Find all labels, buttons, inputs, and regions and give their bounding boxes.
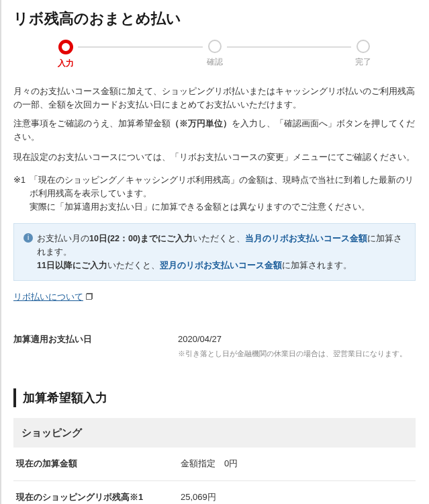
step-input: 入力 <box>54 40 78 70</box>
link-row: リボ払いについて <box>13 290 416 304</box>
note-label: ※1 <box>13 173 26 214</box>
note-block: ※1 「現在のショッピング／キャッシングリボ利用残高」の金額は、現時点で当社に到… <box>13 173 416 214</box>
info-l1-hi1: 当月のリボお支払いコース金額 <box>245 234 367 243</box>
section-heading: 加算希望額入力 <box>13 388 416 408</box>
info-l1-pre: お支払い月の <box>37 234 89 243</box>
info-box: i お支払い月の10日(22：00)までにご入力いただくと、当月のリボお支払いコ… <box>13 223 416 281</box>
note-line-1: 「現在のショッピング／キャッシングリボ利用残高」の金額は、現時点で当社に到着した… <box>30 173 416 200</box>
intro-paragraph-2: 注意事項をご確認のうえ、加算希望金額（※万円単位）を入力し、「確認画面へ」ボタン… <box>13 117 416 144</box>
step-label: 完了 <box>355 56 371 69</box>
apply-date-note: ※引き落とし日が金融機関の休業日の場合は、翌営業日になります。 <box>178 348 416 360</box>
info-l2-hi: 翌月のリボお支払いコース金額 <box>160 261 282 270</box>
about-revo-link[interactable]: リボ払いについて <box>13 292 83 302</box>
current-add-label: 現在の加算金額 <box>16 457 181 471</box>
apply-date-value: 2020/04/27 <box>178 333 416 347</box>
progress-stepper: 入力 確認 完了 <box>54 40 375 70</box>
note-line-2: 実際に「加算適用お支払い日」に加算できる金額とは異なりますのでご注意ください。 <box>30 200 416 214</box>
step-confirm: 確認 <box>203 40 227 69</box>
balance-value: 25,069円 <box>181 491 413 504</box>
shopping-heading: ショッピング <box>13 418 416 448</box>
balance-row: 現在のショッピングリボ残高※1 25,069円 <box>13 481 416 504</box>
intro-p2-strong: （※万円単位） <box>171 119 232 128</box>
step-circle-icon <box>208 40 222 53</box>
step-circle-icon <box>356 40 370 53</box>
step-label: 入力 <box>58 57 74 70</box>
balance-label: 現在のショッピングリボ残高※1 <box>16 491 181 504</box>
info-l2-mid: いただくと、 <box>107 261 160 270</box>
page-title: リボ残高のおまとめ払い <box>13 7 416 30</box>
step-complete: 完了 <box>351 40 375 69</box>
intro-p2-pre: 注意事項をご確認のうえ、加算希望金額 <box>13 119 171 128</box>
info-l1-bold1: 10日(22：00)までにご入力 <box>89 234 193 243</box>
step-label: 確認 <box>207 56 223 69</box>
intro-paragraph-1: 月々のお支払いコース金額に加えて、ショッピングリボ払いまたはキャッシングリボ払い… <box>13 85 416 112</box>
intro-paragraph-3: 現在設定のお支払いコースについては、「リボお支払いコースの変更」メニューにてご確… <box>13 151 416 164</box>
apply-date-row: 加算適用お支払い日 2020/04/27 ※引き落とし日が金融機関の休業日の場合… <box>13 325 416 368</box>
step-circle-icon <box>58 40 73 54</box>
info-l2-bold: 11日以降にご入力 <box>37 261 107 270</box>
info-l1-mid: いただくと、 <box>193 234 245 243</box>
info-l2-post: に加算されます。 <box>282 261 352 270</box>
apply-date-label: 加算適用お支払い日 <box>13 333 178 360</box>
external-link-icon <box>86 293 93 300</box>
current-add-row: 現在の加算金額 金額指定 0円 <box>13 448 416 481</box>
info-icon: i <box>23 233 33 243</box>
current-add-value: 金額指定 0円 <box>181 457 413 471</box>
